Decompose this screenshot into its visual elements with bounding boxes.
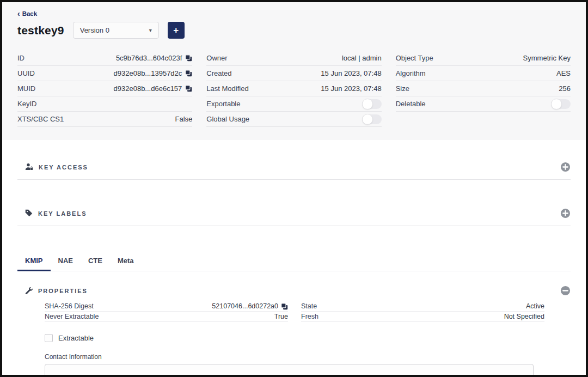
detail-row-object-type: Object TypeSymmetric Key: [396, 51, 571, 66]
toggle-knob: [362, 114, 373, 125]
detail-label: KeyID: [17, 100, 36, 108]
back-link[interactable]: ‹ Back: [17, 10, 37, 17]
detail-row-muid: MUIDd932e08b...d6e6c157: [17, 81, 192, 96]
detail-row-last-modified: Last Modified15 Jun 2023, 07:48: [206, 81, 381, 96]
kmip-properties-left: SHA-256 Digest52107046...6d0272a0Never E…: [45, 301, 288, 322]
detail-label: Fresh: [301, 313, 318, 320]
detail-value: True: [274, 313, 288, 320]
key-detail-tabs: KMIPNAECTEMeta: [17, 252, 571, 271]
detail-value: 256: [559, 84, 571, 93]
detail-row-state: StateActive: [301, 301, 544, 312]
key-access-title: KEY ACCESS: [25, 163, 88, 172]
detail-row-xts-cbc-cs1: XTS/CBC CS1False: [17, 112, 192, 127]
detail-value: d932e08b...13957d2c: [114, 69, 182, 77]
add-version-button[interactable]: +: [168, 22, 185, 39]
kmip-properties: SHA-256 Digest52107046...6d0272a0Never E…: [45, 301, 544, 322]
add-key-access-button[interactable]: [560, 162, 571, 172]
copy-icon[interactable]: [185, 54, 192, 62]
toggle-knob: [551, 99, 562, 110]
detail-value: 15 Jun 2023, 07:48: [321, 69, 381, 77]
back-label: Back: [22, 10, 38, 17]
kmip-properties-right: StateActiveFreshNot Specified: [301, 301, 544, 322]
detail-label: State: [301, 302, 317, 310]
tag-icon: [25, 209, 33, 218]
extractable-row: Extractable: [45, 334, 571, 342]
detail-row-global-usage: Global Usage: [206, 112, 381, 127]
detail-row-id: ID5c9b76d3...604c023f: [17, 51, 192, 66]
detail-label: Object Type: [396, 54, 433, 62]
detail-value: Active: [526, 302, 544, 310]
contact-information-label: Contact Information: [45, 353, 571, 361]
detail-row-sha-256-digest: SHA-256 Digest52107046...6d0272a0: [45, 301, 288, 312]
detail-label: Created: [206, 69, 231, 77]
key-detail-body: KEY ACCESS KEY LABELS KMIPNAECTEMeta: [2, 162, 586, 377]
detail-value: 52107046...6d0272a0: [212, 302, 278, 310]
tab-meta[interactable]: Meta: [110, 252, 142, 271]
detail-label: UUID: [17, 69, 35, 77]
detail-row-never-extractable: Never ExtractableTrue: [45, 312, 288, 322]
global-usage-toggle[interactable]: [362, 114, 382, 124]
tab-cte[interactable]: CTE: [81, 252, 110, 271]
key-labels-section: KEY LABELS: [17, 208, 571, 226]
detail-row-owner: Ownerlocal | admin: [206, 51, 381, 66]
details-column-2: Ownerlocal | adminCreated15 Jun 2023, 07…: [206, 51, 381, 127]
copy-icon[interactable]: [281, 303, 288, 310]
detail-row-keyid: KeyID: [17, 96, 192, 112]
contact-information-textarea[interactable]: [45, 364, 534, 377]
tab-nae[interactable]: NAE: [51, 252, 81, 271]
deletable-toggle[interactable]: [551, 99, 571, 109]
user-lock-icon: [25, 163, 33, 172]
detail-value: d932e08b...d6e6c157: [114, 84, 182, 93]
key-access-section: KEY ACCESS: [17, 162, 571, 180]
exportable-toggle[interactable]: [362, 99, 382, 109]
page-title: testkey9: [17, 24, 64, 37]
key-details-grid: ID5c9b76d3...604c023fUUIDd932e08b...1395…: [17, 51, 571, 127]
detail-label: ID: [17, 54, 24, 62]
detail-label: Size: [396, 84, 409, 93]
detail-value: False: [175, 115, 193, 123]
chevron-left-icon: ‹: [17, 11, 20, 16]
detail-row-exportable: Exportable: [206, 96, 381, 112]
detail-label: Last Modified: [206, 84, 248, 93]
add-key-label-button[interactable]: [560, 208, 571, 218]
detail-label: Algorithm: [396, 69, 426, 77]
detail-value: AES: [556, 69, 571, 77]
copy-icon[interactable]: [185, 70, 192, 77]
copy-icon[interactable]: [185, 85, 192, 92]
detail-row-uuid: UUIDd932e08b...13957d2c: [17, 66, 192, 81]
detail-value: 15 Jun 2023, 07:48: [321, 84, 381, 93]
detail-value: 5c9b76d3...604c023f: [116, 54, 182, 62]
title-row: testkey9 Version 0 ▾ +: [17, 22, 571, 39]
detail-label: Never Extractable: [45, 313, 99, 320]
detail-row-created: Created15 Jun 2023, 07:48: [206, 66, 381, 81]
detail-label: SHA-256 Digest: [45, 302, 94, 310]
properties-section: PROPERTIES: [17, 285, 571, 296]
detail-value: Not Specified: [504, 313, 544, 320]
detail-row-algorithm: AlgorithmAES: [396, 66, 571, 81]
details-column-1: ID5c9b76d3...604c023fUUIDd932e08b...1395…: [17, 51, 192, 127]
chevron-down-icon: ▾: [149, 27, 152, 33]
detail-row-deletable: Deletable: [396, 96, 571, 112]
extractable-checkbox[interactable]: [45, 334, 53, 342]
key-summary-header: ‹ Back testkey9 Version 0 ▾ + ID5c9b76d3…: [2, 2, 586, 140]
detail-label: Exportable: [206, 100, 240, 108]
tab-kmip[interactable]: KMIP: [17, 252, 51, 271]
key-detail-page: ‹ Back testkey9 Version 0 ▾ + ID5c9b76d3…: [2, 2, 586, 377]
extractable-label: Extractable: [58, 334, 94, 342]
key-labels-title: KEY LABELS: [25, 209, 87, 218]
detail-value: local | admin: [342, 54, 382, 62]
detail-row-size: Size256: [396, 81, 571, 96]
wrench-icon: [25, 287, 33, 295]
detail-label: MUID: [17, 84, 35, 93]
detail-value: Symmetric Key: [523, 54, 571, 62]
properties-title: PROPERTIES: [25, 287, 88, 295]
detail-label: XTS/CBC CS1: [17, 115, 64, 123]
detail-row-fresh: FreshNot Specified: [301, 312, 544, 322]
detail-label: Deletable: [396, 100, 426, 108]
version-dropdown[interactable]: Version 0 ▾: [73, 22, 159, 39]
detail-label: Owner: [206, 54, 227, 62]
toggle-knob: [362, 99, 373, 110]
details-column-3: Object TypeSymmetric KeyAlgorithmAESSize…: [396, 51, 571, 127]
collapse-properties-button[interactable]: [560, 285, 571, 296]
version-dropdown-value: Version 0: [80, 26, 109, 34]
